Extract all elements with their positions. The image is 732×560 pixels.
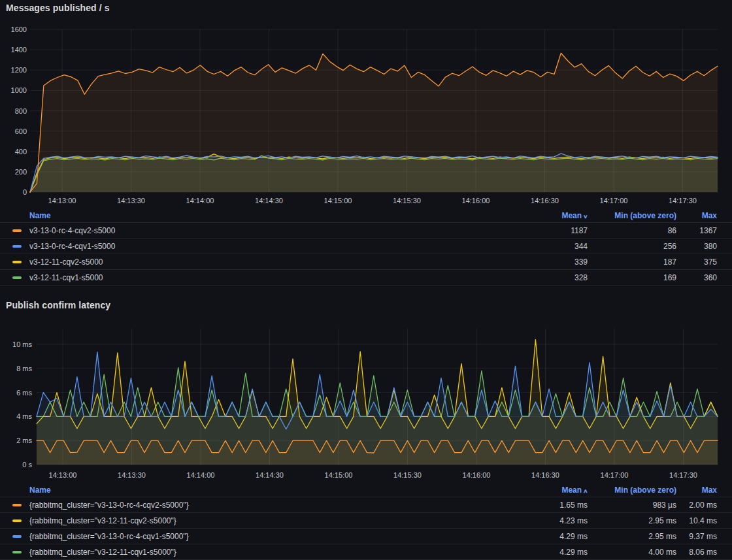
x-axis-tick-label: 14:17:30	[669, 197, 697, 205]
y-axis-tick-label: 10 ms	[12, 340, 32, 348]
legend-series-name[interactable]: {rabbitmq_cluster="v3-13-0-rc-4-cqv1-s50…	[29, 532, 516, 541]
y-axis-tick-label: 6 ms	[16, 389, 32, 397]
series-area-fill	[30, 53, 718, 192]
legend-max-value: 8.06 ms	[676, 548, 717, 557]
legend-row: v3-13-0-rc-4-cqv1-s5000 344 256 380	[0, 238, 732, 254]
grafana-dashboard: { "page": { "background": "#111217", "ac…	[0, 0, 732, 560]
y-axis-tick-label: 4 ms	[16, 412, 32, 420]
y-axis-tick-label: 600	[15, 127, 27, 135]
x-axis-tick-label: 14:14:00	[186, 197, 214, 205]
legend-mean-value: 339	[516, 257, 588, 267]
publish-confirm-latency-timeseries-chart[interactable]: 14:13:0014:13:3014:14:0014:14:3014:15:00…	[0, 297, 732, 482]
legend-min-value: 256	[588, 242, 676, 251]
legend-mean-value: 4.29 ms	[516, 548, 588, 557]
x-axis-tick-label: 14:16:00	[462, 197, 490, 205]
legend-mean-value: 1.65 ms	[516, 501, 588, 510]
x-axis-tick-label: 14:13:30	[117, 197, 145, 205]
legend-mean-value: 1187	[516, 226, 588, 235]
legend-series-name[interactable]: v3-12-11-cqv2-s5000	[29, 257, 516, 267]
y-axis-tick-label: 200	[15, 168, 27, 176]
sort-caret-icon: ∨	[583, 214, 588, 220]
x-axis-tick-label: 14:17:30	[669, 471, 697, 479]
legend-series-name[interactable]: {rabbitmq_cluster="v3-12-11-cqv2-s5000"}	[29, 516, 516, 525]
legend-max-value: 10.4 ms	[676, 516, 717, 525]
x-axis-tick-label: 14:14:30	[256, 471, 284, 479]
y-axis-tick-label: 1200	[11, 66, 27, 74]
legend-mean-value: 344	[516, 242, 588, 251]
sort-caret-icon: ∧	[583, 488, 588, 494]
legend-min-value: 169	[588, 273, 676, 282]
x-axis-tick-label: 14:16:30	[531, 197, 559, 205]
x-axis-tick-label: 14:17:00	[601, 471, 629, 479]
legend-header-name[interactable]: Name	[29, 486, 516, 495]
legend-header-max[interactable]: Max	[676, 486, 717, 495]
y-axis-tick-label: 0 s	[22, 461, 32, 469]
legend-header-min[interactable]: Min (above zero)	[588, 486, 676, 495]
series-color-swatch	[12, 229, 22, 232]
legend-table: Name Mean∧ Min (above zero) Max {rabbitm…	[0, 482, 732, 560]
panel-publish-confirm-latency: Publish confirm latency 14:13:0014:13:30…	[0, 297, 732, 560]
legend-min-value: 983 µs	[588, 501, 676, 510]
series-color-swatch	[12, 504, 22, 506]
legend-max-value: 9.37 ms	[676, 532, 717, 541]
x-axis-tick-label: 14:14:30	[255, 197, 283, 205]
x-axis-tick-label: 14:16:30	[531, 471, 559, 479]
legend-series-name[interactable]: v3-13-0-rc-4-cqv1-s5000	[29, 242, 516, 251]
legend-row: {rabbitmq_cluster="v3-13-0-rc-4-cqv1-s50…	[0, 528, 732, 544]
y-axis-tick-label: 1400	[11, 46, 27, 54]
series-color-swatch	[12, 519, 22, 522]
legend-row: {rabbitmq_cluster="v3-13-0-rc-4-cqv2-s50…	[0, 497, 732, 512]
legend-series-name[interactable]: v3-13-0-rc-4-cqv2-s5000	[29, 226, 516, 235]
legend-series-name[interactable]: {rabbitmq_cluster="v3-13-0-rc-4-cqv2-s50…	[29, 501, 516, 510]
legend-header-mean[interactable]: Mean∧	[516, 486, 588, 495]
x-axis-tick-label: 14:15:30	[393, 471, 422, 479]
x-axis-tick-label: 14:15:00	[324, 197, 352, 205]
legend-row: {rabbitmq_cluster="v3-12-11-cqv2-s5000"}…	[0, 512, 732, 528]
legend-mean-value: 328	[516, 273, 588, 282]
legend-mean-value: 4.23 ms	[516, 516, 588, 525]
legend-table: Name Mean∨ Min (above zero) Max v3-13-0-…	[0, 208, 732, 286]
x-axis-tick-label: 14:17:00	[600, 197, 628, 205]
legend-row: v3-13-0-rc-4-cqv2-s5000 1187 86 1367	[0, 222, 732, 238]
legend-min-value: 2.95 ms	[588, 532, 676, 541]
series-color-swatch	[12, 261, 22, 263]
series-color-swatch	[12, 535, 22, 538]
legend-header-name[interactable]: Name	[29, 211, 516, 220]
y-axis-tick-label: 1600	[11, 25, 27, 33]
x-axis-tick-label: 14:13:00	[48, 197, 76, 205]
legend-min-value: 4.00 ms	[588, 548, 676, 557]
legend-min-value: 187	[588, 257, 676, 267]
legend-min-value: 86	[588, 226, 676, 235]
x-axis-tick-label: 14:14:00	[187, 471, 215, 479]
legend-header-row: Name Mean∧ Min (above zero) Max	[0, 482, 732, 497]
x-axis-tick-label: 14:15:30	[393, 197, 421, 205]
series-color-swatch	[12, 276, 22, 279]
legend-row: v3-12-11-cqv2-s5000 339 187 375	[0, 254, 732, 269]
y-axis-tick-label: 8 ms	[16, 365, 32, 372]
legend-header-row: Name Mean∨ Min (above zero) Max	[0, 208, 732, 222]
legend-max-value: 380	[676, 242, 717, 251]
y-axis-tick-label: 400	[15, 148, 27, 156]
y-axis-tick-label: 800	[15, 107, 27, 115]
legend-max-value: 375	[676, 257, 717, 267]
x-axis-tick-label: 14:13:00	[49, 471, 77, 479]
messages-published-timeseries-chart[interactable]: 14:13:0014:13:3014:14:0014:14:3014:15:00…	[0, 0, 732, 208]
series-color-swatch	[12, 245, 22, 248]
legend-row: v3-12-11-cqv1-s5000 328 169 360	[0, 269, 732, 286]
legend-mean-value: 4.29 ms	[516, 532, 588, 541]
x-axis-tick-label: 14:13:30	[118, 471, 146, 479]
legend-min-value: 2.95 ms	[588, 516, 676, 525]
legend-max-value: 2.00 ms	[676, 501, 717, 510]
legend-row: {rabbitmq_cluster="v3-12-11-cqv1-s5000"}…	[0, 544, 732, 560]
legend-max-value: 1367	[676, 226, 717, 235]
panel-messages-published: Messages published / s 14:13:0014:13:301…	[0, 0, 732, 297]
legend-series-name[interactable]: {rabbitmq_cluster="v3-12-11-cqv1-s5000"}	[29, 548, 516, 557]
legend-header-mean[interactable]: Mean∨	[516, 211, 588, 220]
x-axis-tick-label: 14:16:00	[463, 471, 491, 479]
x-axis-tick-label: 14:15:00	[325, 471, 353, 479]
legend-header-max[interactable]: Max	[676, 211, 717, 220]
legend-max-value: 360	[676, 273, 717, 282]
legend-header-min[interactable]: Min (above zero)	[588, 211, 676, 220]
legend-series-name[interactable]: v3-12-11-cqv1-s5000	[29, 273, 516, 282]
y-axis-tick-label: 2 ms	[16, 436, 32, 444]
